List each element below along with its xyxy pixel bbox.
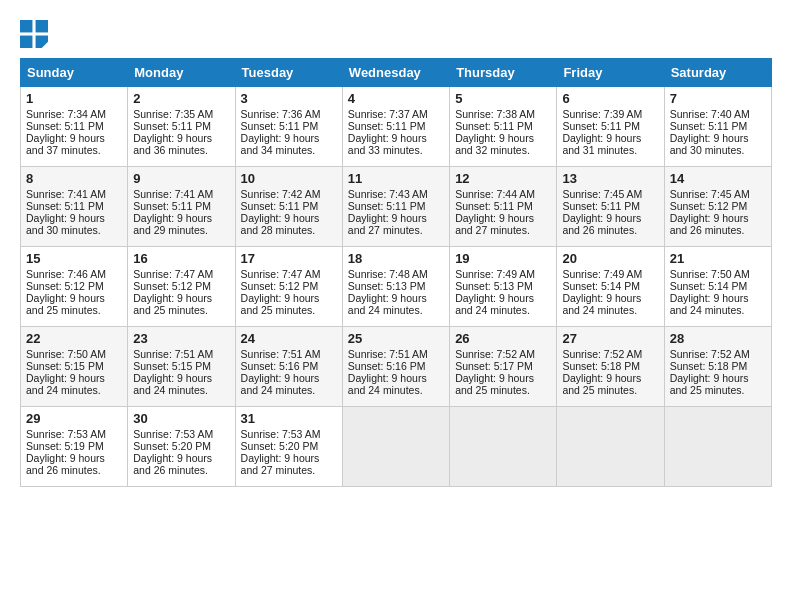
sunset: Sunset: 5:13 PM bbox=[455, 280, 533, 292]
logo-icon bbox=[20, 20, 48, 48]
svg-rect-2 bbox=[20, 36, 32, 48]
calendar-cell bbox=[557, 407, 664, 487]
sunrise: Sunrise: 7:44 AM bbox=[455, 188, 535, 200]
sunset: Sunset: 5:11 PM bbox=[562, 120, 640, 132]
calendar-cell: 26Sunrise: 7:52 AMSunset: 5:17 PMDayligh… bbox=[450, 327, 557, 407]
day-number: 16 bbox=[133, 251, 229, 266]
sunset: Sunset: 5:18 PM bbox=[562, 360, 640, 372]
day-number: 1 bbox=[26, 91, 122, 106]
sunset: Sunset: 5:11 PM bbox=[26, 200, 104, 212]
sunrise: Sunrise: 7:51 AM bbox=[348, 348, 428, 360]
calendar-cell: 14Sunrise: 7:45 AMSunset: 5:12 PMDayligh… bbox=[664, 167, 771, 247]
calendar-cell: 23Sunrise: 7:51 AMSunset: 5:15 PMDayligh… bbox=[128, 327, 235, 407]
sunrise: Sunrise: 7:53 AM bbox=[241, 428, 321, 440]
sunset: Sunset: 5:11 PM bbox=[241, 120, 319, 132]
sunrise: Sunrise: 7:45 AM bbox=[670, 188, 750, 200]
day-number: 22 bbox=[26, 331, 122, 346]
col-header-saturday: Saturday bbox=[664, 59, 771, 87]
daylight-label: Daylight: 9 hoursand 30 minutes. bbox=[26, 212, 105, 236]
day-number: 11 bbox=[348, 171, 444, 186]
day-number: 2 bbox=[133, 91, 229, 106]
calendar-cell bbox=[342, 407, 449, 487]
sunrise: Sunrise: 7:51 AM bbox=[133, 348, 213, 360]
sunrise: Sunrise: 7:53 AM bbox=[133, 428, 213, 440]
col-header-thursday: Thursday bbox=[450, 59, 557, 87]
sunset: Sunset: 5:11 PM bbox=[455, 200, 533, 212]
sunset: Sunset: 5:14 PM bbox=[562, 280, 640, 292]
day-number: 23 bbox=[133, 331, 229, 346]
sunset: Sunset: 5:12 PM bbox=[241, 280, 319, 292]
sunrise: Sunrise: 7:49 AM bbox=[562, 268, 642, 280]
sunrise: Sunrise: 7:47 AM bbox=[241, 268, 321, 280]
calendar-cell: 16Sunrise: 7:47 AMSunset: 5:12 PMDayligh… bbox=[128, 247, 235, 327]
sunrise: Sunrise: 7:41 AM bbox=[26, 188, 106, 200]
calendar-cell: 2Sunrise: 7:35 AMSunset: 5:11 PMDaylight… bbox=[128, 87, 235, 167]
sunset: Sunset: 5:12 PM bbox=[670, 200, 748, 212]
col-header-monday: Monday bbox=[128, 59, 235, 87]
sunrise: Sunrise: 7:53 AM bbox=[26, 428, 106, 440]
col-header-sunday: Sunday bbox=[21, 59, 128, 87]
sunrise: Sunrise: 7:42 AM bbox=[241, 188, 321, 200]
sunrise: Sunrise: 7:39 AM bbox=[562, 108, 642, 120]
sunrise: Sunrise: 7:38 AM bbox=[455, 108, 535, 120]
daylight-label: Daylight: 9 hoursand 30 minutes. bbox=[670, 132, 749, 156]
calendar-cell: 27Sunrise: 7:52 AMSunset: 5:18 PMDayligh… bbox=[557, 327, 664, 407]
sunset: Sunset: 5:11 PM bbox=[455, 120, 533, 132]
sunset: Sunset: 5:16 PM bbox=[348, 360, 426, 372]
svg-rect-0 bbox=[20, 20, 32, 32]
day-number: 6 bbox=[562, 91, 658, 106]
svg-rect-1 bbox=[36, 20, 48, 32]
sunset: Sunset: 5:15 PM bbox=[26, 360, 104, 372]
calendar-cell bbox=[664, 407, 771, 487]
calendar-cell: 12Sunrise: 7:44 AMSunset: 5:11 PMDayligh… bbox=[450, 167, 557, 247]
daylight-label: Daylight: 9 hoursand 24 minutes. bbox=[241, 372, 320, 396]
calendar-header-row: SundayMondayTuesdayWednesdayThursdayFrid… bbox=[21, 59, 772, 87]
sunrise: Sunrise: 7:47 AM bbox=[133, 268, 213, 280]
sunrise: Sunrise: 7:35 AM bbox=[133, 108, 213, 120]
sunrise: Sunrise: 7:34 AM bbox=[26, 108, 106, 120]
day-number: 26 bbox=[455, 331, 551, 346]
daylight-label: Daylight: 9 hoursand 28 minutes. bbox=[241, 212, 320, 236]
daylight-label: Daylight: 9 hoursand 25 minutes. bbox=[26, 292, 105, 316]
calendar-cell: 6Sunrise: 7:39 AMSunset: 5:11 PMDaylight… bbox=[557, 87, 664, 167]
day-number: 31 bbox=[241, 411, 337, 426]
day-number: 15 bbox=[26, 251, 122, 266]
daylight-label: Daylight: 9 hoursand 25 minutes. bbox=[562, 372, 641, 396]
day-number: 27 bbox=[562, 331, 658, 346]
calendar-cell: 5Sunrise: 7:38 AMSunset: 5:11 PMDaylight… bbox=[450, 87, 557, 167]
daylight-label: Daylight: 9 hoursand 24 minutes. bbox=[670, 292, 749, 316]
col-header-tuesday: Tuesday bbox=[235, 59, 342, 87]
calendar-cell: 3Sunrise: 7:36 AMSunset: 5:11 PMDaylight… bbox=[235, 87, 342, 167]
day-number: 29 bbox=[26, 411, 122, 426]
calendar-week-4: 22Sunrise: 7:50 AMSunset: 5:15 PMDayligh… bbox=[21, 327, 772, 407]
sunset: Sunset: 5:11 PM bbox=[133, 120, 211, 132]
daylight-label: Daylight: 9 hoursand 26 minutes. bbox=[133, 452, 212, 476]
daylight-label: Daylight: 9 hoursand 37 minutes. bbox=[26, 132, 105, 156]
col-header-friday: Friday bbox=[557, 59, 664, 87]
col-header-wednesday: Wednesday bbox=[342, 59, 449, 87]
day-number: 10 bbox=[241, 171, 337, 186]
sunset: Sunset: 5:20 PM bbox=[133, 440, 211, 452]
daylight-label: Daylight: 9 hoursand 24 minutes. bbox=[133, 372, 212, 396]
calendar-table: SundayMondayTuesdayWednesdayThursdayFrid… bbox=[20, 58, 772, 487]
sunset: Sunset: 5:16 PM bbox=[241, 360, 319, 372]
calendar-cell: 17Sunrise: 7:47 AMSunset: 5:12 PMDayligh… bbox=[235, 247, 342, 327]
calendar-week-3: 15Sunrise: 7:46 AMSunset: 5:12 PMDayligh… bbox=[21, 247, 772, 327]
day-number: 3 bbox=[241, 91, 337, 106]
daylight-label: Daylight: 9 hoursand 27 minutes. bbox=[455, 212, 534, 236]
logo bbox=[20, 20, 52, 48]
sunrise: Sunrise: 7:52 AM bbox=[562, 348, 642, 360]
day-number: 28 bbox=[670, 331, 766, 346]
day-number: 8 bbox=[26, 171, 122, 186]
day-number: 4 bbox=[348, 91, 444, 106]
daylight-label: Daylight: 9 hoursand 25 minutes. bbox=[455, 372, 534, 396]
calendar-cell: 10Sunrise: 7:42 AMSunset: 5:11 PMDayligh… bbox=[235, 167, 342, 247]
day-number: 18 bbox=[348, 251, 444, 266]
sunrise: Sunrise: 7:46 AM bbox=[26, 268, 106, 280]
day-number: 17 bbox=[241, 251, 337, 266]
daylight-label: Daylight: 9 hoursand 36 minutes. bbox=[133, 132, 212, 156]
sunset: Sunset: 5:11 PM bbox=[241, 200, 319, 212]
sunset: Sunset: 5:11 PM bbox=[348, 120, 426, 132]
sunset: Sunset: 5:17 PM bbox=[455, 360, 533, 372]
day-number: 12 bbox=[455, 171, 551, 186]
